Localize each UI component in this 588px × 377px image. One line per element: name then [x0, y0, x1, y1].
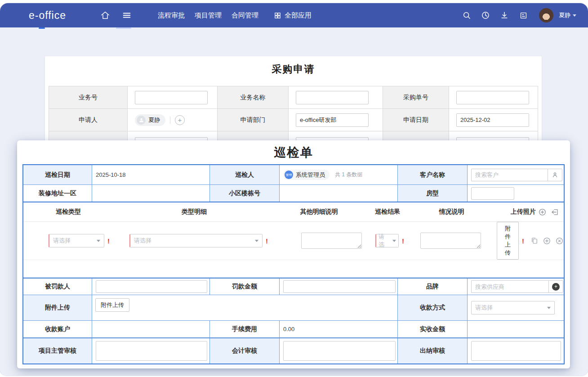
chevron-down-icon	[392, 240, 396, 242]
required-mark: !	[522, 237, 524, 245]
user-menu[interactable]: 夏静	[559, 11, 576, 19]
person-search-icon[interactable]	[548, 169, 562, 181]
pm-audit-label: 项目主管审核	[23, 338, 92, 364]
department-label: 申请部门	[218, 109, 289, 131]
customer-name-label: 客户名称	[398, 165, 468, 185]
received-amount-label: 实收金额	[398, 321, 468, 338]
inspection-detail-section: 巡检类型 类型明细 其他明细说明 巡检结果 情况说明 上传照片	[23, 202, 564, 278]
fine-amount-label: 罚款金额	[210, 278, 280, 295]
fined-person-label: 被罚款人	[23, 278, 92, 295]
business-name-input[interactable]	[296, 91, 369, 104]
divider	[170, 117, 170, 124]
inspection-form-table: 巡检日期 2025-10-18 巡检人 管理 系统管理员 共 1 条数据 客户名…	[22, 164, 565, 364]
address-district-value[interactable]	[92, 185, 210, 202]
handling-fee-value: 0.00	[280, 321, 398, 338]
inspection-form-modal: 巡检单 巡检日期 2025-10-18 巡检人 管理 系统管理员 共 1 条数据…	[17, 140, 570, 368]
add-detail-icon[interactable]	[543, 237, 551, 245]
applicant-name: 夏静	[148, 116, 160, 124]
caret-down-icon	[573, 14, 576, 17]
fine-amount-input[interactable]	[283, 280, 396, 293]
detail-header-row: 巡检类型 类型明细 其他明细说明 巡检结果 情况说明 上传照片	[23, 202, 564, 222]
add-applicant-icon[interactable]: +	[175, 115, 185, 125]
pm-audit-input[interactable]	[96, 341, 207, 361]
accountant-audit-label: 会计审核	[210, 338, 280, 364]
type-detail-select[interactable]: 请选择	[129, 234, 263, 247]
add-row-icon[interactable]	[538, 208, 547, 216]
nav-item-contract-management[interactable]: 合同管理	[232, 11, 258, 20]
cashier-audit-label: 出纳审核	[398, 338, 468, 364]
search-icon[interactable]	[460, 9, 473, 22]
other-detail-header: 其他明细说明	[275, 202, 363, 221]
app-logo: e-office	[29, 9, 66, 22]
purchase-no-input[interactable]	[456, 91, 529, 104]
receiving-account-label: 收款账户	[23, 321, 92, 338]
payment-method-cell: 请选择	[468, 295, 564, 321]
apply-date-input[interactable]	[456, 113, 529, 127]
applicant-chip[interactable]: 夏静	[135, 114, 165, 126]
upload-photo-button[interactable]: 附件上传	[497, 222, 519, 260]
received-amount-value[interactable]	[468, 321, 564, 338]
receiving-account-value[interactable]	[92, 321, 210, 338]
brand-search-input[interactable]	[471, 280, 548, 293]
customer-name-cell	[468, 165, 564, 185]
business-no-input[interactable]	[135, 91, 208, 104]
situation-textarea[interactable]	[420, 233, 481, 249]
room-type-label: 房型	[398, 185, 468, 202]
department-input[interactable]	[296, 113, 369, 127]
person-icon	[137, 116, 146, 125]
purchase-no-label: 采购单号	[383, 86, 449, 109]
inspection-date-value[interactable]: 2025-10-18	[92, 165, 210, 185]
business-name-label: 业务名称	[218, 86, 289, 109]
other-detail-textarea[interactable]	[301, 233, 362, 249]
cashier-audit-input[interactable]	[471, 341, 561, 361]
attachment-cell: 附件上传	[92, 295, 398, 321]
room-type-input[interactable]	[471, 187, 514, 200]
required-mark: !	[107, 237, 110, 245]
nav-item-process-approval[interactable]: 流程审批	[158, 11, 185, 20]
user-avatar[interactable]	[539, 8, 553, 22]
add-supplier-icon[interactable]: +	[548, 280, 563, 293]
home-icon[interactable]	[98, 9, 112, 22]
room-type-cell	[468, 185, 564, 202]
handling-fee-label: 手续费用	[210, 321, 280, 338]
inspection-type-select[interactable]: 请选择	[49, 234, 104, 247]
menu-icon[interactable]	[120, 9, 134, 22]
upload-photo-header: 上传照片	[511, 208, 536, 216]
chevron-down-icon	[255, 240, 258, 242]
app-window: e-office 流程审批 项目管理 合同管理 全部应用	[0, 3, 588, 376]
applicant-label: 申请人	[49, 109, 128, 131]
inspection-result-select[interactable]: 请选	[375, 234, 399, 247]
navbar-right: 夏静	[460, 8, 576, 22]
detail-input-row: 请选择 ! 请选择 !	[23, 222, 564, 260]
fined-person-input[interactable]	[96, 280, 207, 293]
cashier-audit-cell	[468, 338, 564, 364]
apps-grid-icon	[274, 12, 281, 19]
clock-icon[interactable]	[479, 9, 492, 22]
inspection-form-title: 巡检单	[22, 140, 565, 164]
inspection-result-header: 巡检结果	[363, 202, 412, 221]
attachment-upload-button[interactable]: 附件上传	[95, 298, 129, 312]
building-no-label: 小区楼栋号	[210, 185, 280, 202]
building-no-value[interactable]	[280, 185, 398, 202]
inspection-type-header: 巡检类型	[23, 202, 113, 221]
download-icon[interactable]	[498, 9, 511, 22]
type-detail-header: 类型明细	[113, 202, 275, 221]
notes-icon[interactable]	[517, 9, 530, 22]
inspector-avatar: 管理	[285, 171, 293, 179]
attachment-label: 附件上传	[23, 295, 92, 321]
main-nav: 流程审批 项目管理 合同管理	[158, 11, 258, 20]
copy-row-icon[interactable]	[530, 237, 539, 245]
inspector-label: 巡检人	[210, 165, 280, 185]
inspector-count: 共 1 条数据	[335, 171, 362, 179]
insert-row-icon[interactable]	[551, 208, 559, 216]
nav-item-project-management[interactable]: 项目管理	[195, 11, 222, 20]
payment-method-select[interactable]: 请选择	[471, 301, 555, 314]
pm-audit-cell	[92, 338, 210, 364]
delete-detail-icon[interactable]	[555, 237, 564, 245]
nav-underline-indicator-secondary	[116, 27, 131, 29]
accountant-audit-input[interactable]	[283, 341, 396, 361]
user-name-label: 夏静	[559, 11, 570, 19]
all-apps-button[interactable]: 全部应用	[274, 11, 312, 20]
inspector-chip[interactable]: 管理 系统管理员	[283, 170, 330, 180]
customer-search-input[interactable]	[471, 169, 548, 181]
